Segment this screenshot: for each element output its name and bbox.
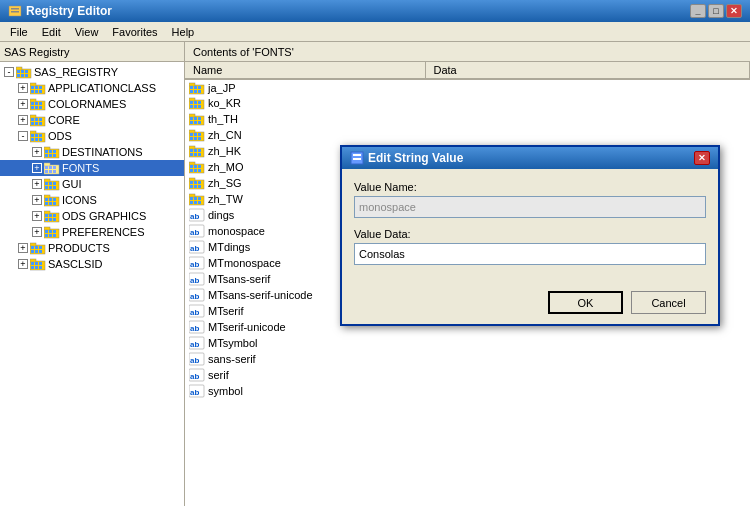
svg-rect-128: [190, 121, 193, 124]
svg-text:ab: ab: [190, 340, 199, 349]
svg-rect-34: [39, 122, 42, 125]
expand-btn-applicationclass[interactable]: +: [18, 83, 28, 93]
svg-rect-22: [35, 102, 38, 105]
svg-rect-146: [198, 153, 201, 156]
expand-btn-preferences[interactable]: +: [32, 227, 42, 237]
svg-rect-39: [39, 134, 42, 137]
tree-item-odsgraphics[interactable]: + ODS GRAPHICS: [0, 208, 184, 224]
expand-btn-core[interactable]: +: [18, 115, 28, 125]
menu-bar: File Edit View Favorites Help: [0, 22, 750, 42]
pane-header-row: SAS Registry Contents of 'FONTS': [0, 42, 750, 62]
expand-btn-colornames[interactable]: +: [18, 99, 28, 109]
table-cell-name-text: ko_KR: [208, 97, 241, 109]
svg-rect-4: [16, 67, 22, 70]
maximize-button[interactable]: □: [708, 4, 724, 18]
svg-rect-37: [31, 134, 34, 137]
expand-btn-odsgraphics[interactable]: +: [32, 211, 42, 221]
svg-rect-137: [194, 137, 197, 140]
folder-icon-sas-registry: [16, 65, 32, 79]
tree-item-preferences[interactable]: + PREFERENCES: [0, 224, 184, 240]
table-row[interactable]: ab symbol: [185, 383, 750, 399]
svg-rect-56: [45, 170, 48, 173]
svg-rect-116: [189, 98, 195, 101]
svg-text:ab: ab: [190, 388, 199, 397]
svg-rect-44: [44, 147, 50, 150]
svg-rect-52: [44, 163, 50, 166]
expand-btn-fonts[interactable]: +: [32, 163, 42, 173]
table-row[interactable]: ab sans-serif: [185, 351, 750, 367]
tree-item-colornames[interactable]: + COLORNAMES: [0, 96, 184, 112]
value-data-input[interactable]: [354, 243, 706, 265]
minimize-button[interactable]: _: [690, 4, 706, 18]
close-button[interactable]: ✕: [726, 4, 742, 18]
tree-item-sas-registry[interactable]: - SAS_REGISTRY: [0, 64, 184, 80]
table-row[interactable]: zh_CN: [185, 127, 750, 143]
expand-btn-sasclsid[interactable]: +: [18, 259, 28, 269]
table-row[interactable]: ab serif: [185, 367, 750, 383]
svg-rect-103: [39, 262, 42, 265]
value-name-input[interactable]: [354, 196, 706, 218]
expand-btn-icons[interactable]: +: [32, 195, 42, 205]
svg-rect-196: [353, 154, 361, 156]
svg-rect-18: [39, 90, 42, 93]
table-row[interactable]: ab MTsymbol: [185, 335, 750, 351]
table-row[interactable]: ko_KR: [185, 95, 750, 111]
menu-edit[interactable]: Edit: [36, 24, 67, 40]
tree-item-fonts[interactable]: + FONTS: [0, 160, 184, 176]
svg-text:ab: ab: [190, 292, 199, 301]
expand-btn-sas-registry[interactable]: -: [4, 67, 14, 77]
tree-label-applicationclass: APPLICATIONCLASS: [48, 82, 156, 94]
svg-rect-24: [31, 106, 34, 109]
cancel-button[interactable]: Cancel: [631, 291, 706, 314]
tree-item-icons[interactable]: + ICONS: [0, 192, 184, 208]
table-cell-name: ab serif: [185, 367, 425, 383]
right-pane-header: Contents of 'FONTS': [185, 42, 750, 61]
svg-rect-21: [31, 102, 34, 105]
table-row[interactable]: ja_JP: [185, 79, 750, 95]
tree-item-products[interactable]: + PRODUCTS: [0, 240, 184, 256]
tree-item-ods[interactable]: - ODS: [0, 128, 184, 144]
menu-favorites[interactable]: Favorites: [106, 24, 163, 40]
tree-item-destinations[interactable]: + DESTINATIONS: [0, 144, 184, 160]
table-cell-data: [425, 127, 750, 143]
svg-rect-136: [190, 137, 193, 140]
svg-rect-133: [190, 133, 193, 136]
svg-rect-61: [45, 182, 48, 185]
tree-item-applicationclass[interactable]: + APPLICATIONCLASS: [0, 80, 184, 96]
menu-view[interactable]: View: [69, 24, 105, 40]
table-cell-name-text: MTsans-serif-unicode: [208, 289, 313, 301]
string-row-icon: ab: [189, 209, 205, 221]
tree-item-gui[interactable]: + GUI: [0, 176, 184, 192]
svg-rect-15: [39, 86, 42, 89]
expand-btn-products[interactable]: +: [18, 243, 28, 253]
table-cell-name-text: zh_HK: [208, 145, 241, 157]
dialog-close-button[interactable]: ✕: [694, 151, 710, 165]
tree-item-core[interactable]: + CORE: [0, 112, 184, 128]
svg-rect-102: [35, 262, 38, 265]
svg-rect-14: [35, 86, 38, 89]
expand-btn-ods[interactable]: -: [18, 131, 28, 141]
folder-icon-colornames: [30, 97, 46, 111]
svg-rect-46: [49, 150, 52, 153]
folder-icon-icons: [44, 193, 60, 207]
svg-rect-161: [194, 185, 197, 188]
column-header-name: Name: [185, 62, 425, 79]
svg-rect-126: [194, 117, 197, 120]
tree-item-sasclsid[interactable]: + SASCLSID: [0, 256, 184, 272]
svg-rect-62: [49, 182, 52, 185]
svg-rect-29: [31, 118, 34, 121]
table-row[interactable]: th_TH: [185, 111, 750, 127]
folder-row-icon: [189, 193, 205, 205]
expand-btn-destinations[interactable]: +: [32, 147, 42, 157]
svg-rect-197: [353, 158, 361, 160]
tree-label-core: CORE: [48, 114, 80, 126]
svg-rect-130: [198, 121, 201, 124]
menu-file[interactable]: File: [4, 24, 34, 40]
svg-rect-65: [49, 186, 52, 189]
svg-rect-63: [53, 182, 56, 185]
expand-btn-gui[interactable]: +: [32, 179, 42, 189]
menu-help[interactable]: Help: [166, 24, 201, 40]
table-cell-data: [425, 383, 750, 399]
svg-rect-58: [53, 170, 56, 173]
ok-button[interactable]: OK: [548, 291, 623, 314]
